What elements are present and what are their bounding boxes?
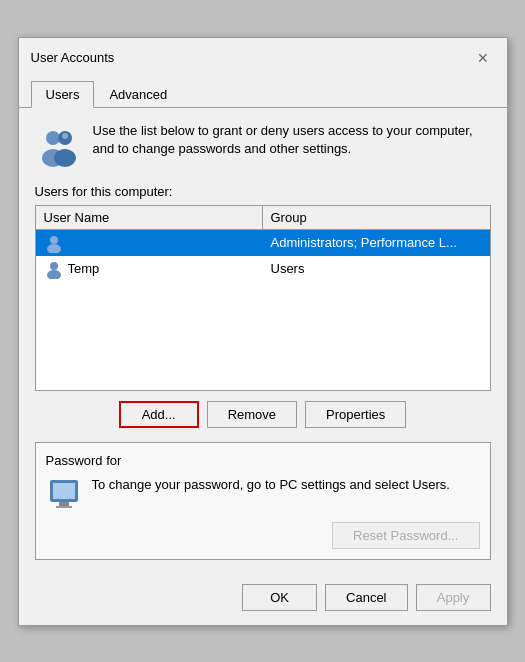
footer: OK Cancel Apply — [19, 574, 507, 625]
cell-username-0 — [36, 230, 263, 256]
cell-group-0: Administrators; Performance L... — [263, 230, 490, 256]
tab-content: Use the list below to grant or deny user… — [19, 108, 507, 574]
svg-rect-11 — [59, 502, 69, 506]
svg-point-0 — [46, 131, 60, 145]
cell-username-1: Temp — [36, 256, 263, 282]
table-row[interactable]: Administrators; Performance L... — [36, 230, 490, 256]
svg-point-6 — [47, 244, 61, 253]
properties-button[interactable]: Properties — [305, 401, 406, 428]
svg-point-3 — [54, 149, 76, 167]
cancel-button[interactable]: Cancel — [325, 584, 407, 611]
password-section: Password for To change your password, go… — [35, 442, 491, 560]
col-group: Group — [263, 206, 490, 229]
svg-point-4 — [62, 133, 68, 139]
users-section-label: Users for this computer: — [35, 184, 491, 199]
password-info: To change your password, go to PC settin… — [46, 476, 480, 512]
window-title: User Accounts — [31, 50, 115, 65]
table-header: User Name Group — [36, 206, 490, 230]
user-row-icon-1 — [44, 259, 64, 279]
tabs-container: Users Advanced — [19, 72, 507, 108]
svg-rect-12 — [56, 506, 72, 508]
user-row-icon-0 — [44, 233, 64, 253]
password-label: Password for — [46, 453, 480, 468]
info-section: Use the list below to grant or deny user… — [35, 122, 491, 170]
svg-rect-10 — [53, 483, 75, 499]
table-row[interactable]: Temp Users — [36, 256, 490, 282]
svg-point-8 — [47, 270, 61, 279]
cell-group-1: Users — [263, 256, 490, 282]
reset-password-row: Reset Password... — [46, 522, 480, 549]
apply-button[interactable]: Apply — [416, 584, 491, 611]
title-bar: User Accounts ✕ — [19, 38, 507, 70]
col-username: User Name — [36, 206, 263, 229]
user-table: User Name Group Administrators; Performa… — [35, 205, 491, 391]
password-description: To change your password, go to PC settin… — [92, 476, 450, 494]
users-icon — [35, 122, 83, 170]
svg-point-7 — [50, 262, 58, 270]
remove-button[interactable]: Remove — [207, 401, 297, 428]
svg-point-5 — [50, 236, 58, 244]
user-accounts-window: User Accounts ✕ Users Advanced Use the l… — [18, 37, 508, 626]
reset-password-button[interactable]: Reset Password... — [332, 522, 480, 549]
close-button[interactable]: ✕ — [471, 46, 495, 70]
info-description: Use the list below to grant or deny user… — [93, 122, 491, 158]
add-button[interactable]: Add... — [119, 401, 199, 428]
pc-settings-icon — [46, 476, 82, 512]
action-buttons: Add... Remove Properties — [35, 401, 491, 428]
tab-advanced[interactable]: Advanced — [94, 81, 182, 108]
ok-button[interactable]: OK — [242, 584, 317, 611]
tab-users[interactable]: Users — [31, 81, 95, 108]
table-body: Administrators; Performance L... Temp Us… — [36, 230, 490, 390]
